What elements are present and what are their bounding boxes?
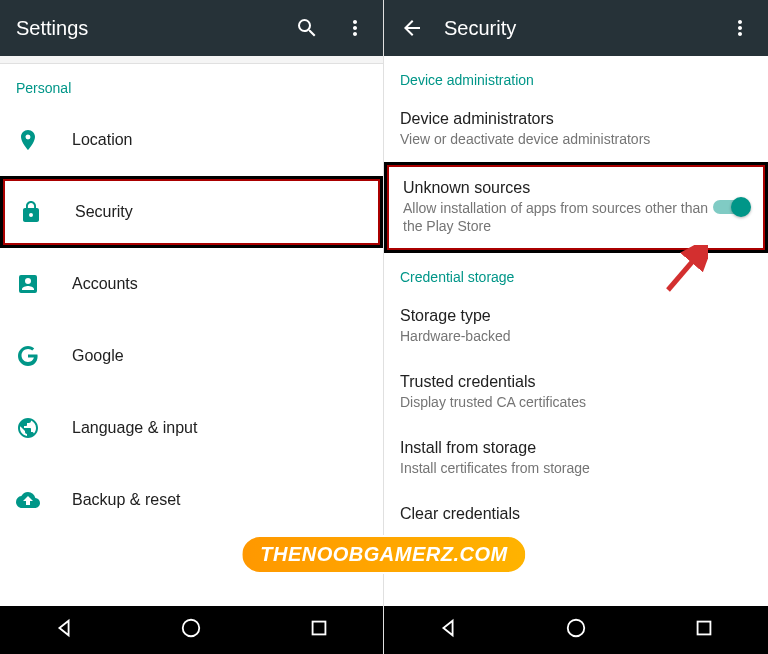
setting-title: Clear credentials (400, 505, 752, 523)
page-title: Settings (16, 17, 275, 40)
setting-subtitle: Hardware-backed (400, 327, 752, 345)
setting-title: Unknown sources (403, 179, 713, 197)
setting-subtitle: View or deactivate device administrators (400, 130, 752, 148)
nav-recent-icon[interactable] (693, 617, 715, 643)
svg-rect-1 (313, 622, 326, 635)
svg-point-2 (568, 620, 585, 637)
setting-title: Trusted credentials (400, 373, 752, 391)
navbar (0, 606, 383, 654)
appbar-settings: Settings (0, 0, 383, 56)
search-icon[interactable] (295, 16, 319, 40)
svg-line-4 (668, 255, 698, 290)
setting-subtitle: Install certificates from storage (400, 459, 752, 477)
item-label: Language & input (72, 419, 197, 437)
item-label: Backup & reset (72, 491, 181, 509)
section-credential-storage: Credential storage (384, 253, 768, 293)
annotation-arrow (658, 245, 708, 299)
google-icon (16, 344, 72, 368)
nav-back-icon[interactable] (437, 617, 459, 643)
nav-home-icon[interactable] (565, 617, 587, 643)
setting-title: Device administrators (400, 110, 752, 128)
setting-title: Storage type (400, 307, 752, 325)
sidebar-item-language[interactable]: Language & input (0, 392, 383, 464)
nav-recent-icon[interactable] (308, 617, 330, 643)
page-title: Security (444, 17, 708, 40)
backup-icon (16, 488, 72, 512)
section-personal: Personal (0, 64, 383, 104)
navbar (384, 606, 768, 654)
svg-rect-3 (698, 622, 711, 635)
appbar-security: Security (384, 0, 768, 56)
item-label: Security (75, 203, 133, 221)
setting-unknown-sources[interactable]: Unknown sources Allow installation of ap… (384, 162, 768, 252)
item-label: Google (72, 347, 124, 365)
svg-point-0 (183, 620, 200, 637)
more-icon[interactable] (728, 16, 752, 40)
sidebar-item-google[interactable]: Google (0, 320, 383, 392)
setting-title: Install from storage (400, 439, 752, 457)
setting-subtitle: Display trusted CA certificates (400, 393, 752, 411)
setting-subtitle: Allow installation of apps from sources … (403, 199, 713, 235)
sidebar-item-backup[interactable]: Backup & reset (0, 464, 383, 536)
item-label: Accounts (72, 275, 138, 293)
setting-clear-credentials[interactable]: Clear credentials (384, 491, 768, 539)
sidebar-item-location[interactable]: Location (0, 104, 383, 176)
setting-device-administrators[interactable]: Device administrators View or deactivate… (384, 96, 768, 162)
nav-home-icon[interactable] (180, 617, 202, 643)
sidebar-item-accounts[interactable]: Accounts (0, 248, 383, 320)
setting-install-storage[interactable]: Install from storage Install certificate… (384, 425, 768, 491)
watermark: THENOOBGAMERZ.COM (240, 535, 527, 574)
back-arrow-icon[interactable] (400, 16, 424, 40)
sidebar-item-security[interactable]: Security (0, 176, 383, 248)
toggle-unknown-sources[interactable] (713, 197, 749, 217)
setting-trusted-credentials[interactable]: Trusted credentials Display trusted CA c… (384, 359, 768, 425)
location-icon (16, 128, 72, 152)
nav-back-icon[interactable] (53, 617, 75, 643)
section-device-admin: Device administration (384, 56, 768, 96)
more-icon[interactable] (343, 16, 367, 40)
globe-icon (16, 416, 72, 440)
divider (0, 56, 383, 64)
lock-icon (19, 200, 75, 224)
setting-storage-type[interactable]: Storage type Hardware-backed (384, 293, 768, 359)
item-label: Location (72, 131, 133, 149)
account-icon (16, 272, 72, 296)
